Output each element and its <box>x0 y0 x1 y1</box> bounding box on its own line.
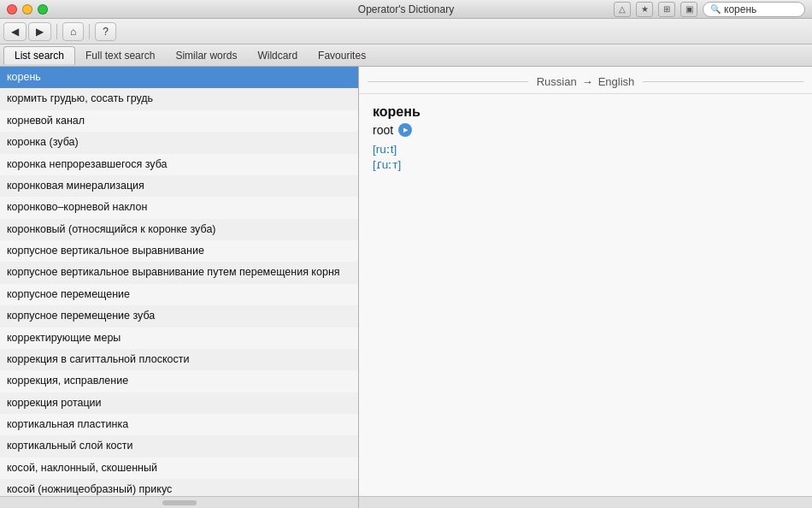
window-controls <box>7 4 48 15</box>
entry-word: корень <box>373 104 798 120</box>
list-item[interactable]: коррекция, исправление <box>0 370 358 392</box>
list-item[interactable]: коронковый (относящийся к коронке зуба) <box>0 219 358 240</box>
list-item[interactable]: коррекция ротации <box>0 393 358 414</box>
list-item[interactable]: корень <box>0 67 358 88</box>
search-value: корень <box>724 3 756 15</box>
help-button[interactable]: ? <box>95 22 116 41</box>
right-bottom-scrollbar[interactable] <box>359 496 812 508</box>
arrow-icon: → <box>582 75 593 88</box>
toolbar: ◀ ▶ ⌂ ? <box>0 19 812 44</box>
maximize-button[interactable] <box>38 4 48 15</box>
window-title: Operator's Dictionary <box>358 3 454 15</box>
minimize-button[interactable] <box>22 4 32 15</box>
list-item[interactable]: корпусное вертикальное выравнивание путе… <box>0 262 358 283</box>
window-icon[interactable]: ▣ <box>680 2 697 17</box>
forward-icon: ▶ <box>36 26 44 38</box>
tab-similar-words[interactable]: Similar words <box>165 47 247 64</box>
list-item[interactable]: коронка (зуба) <box>0 132 358 153</box>
grid-icon[interactable]: ⊞ <box>658 2 675 17</box>
phonetic-2: [ɾuːт] <box>373 157 798 171</box>
right-content: корень root [ruːt] [ɾuːт] <box>359 94 812 496</box>
list-item[interactable]: коронка непрорезавшегося зуба <box>0 154 358 175</box>
home-icon: ⌂ <box>70 26 76 38</box>
triangle-up-icon[interactable]: △ <box>614 2 631 17</box>
entry-translation: root <box>373 123 798 137</box>
home-button[interactable]: ⌂ <box>62 22 84 41</box>
direction-header: Russian → English <box>359 67 812 94</box>
tab-favourites[interactable]: Favourites <box>308 47 376 64</box>
list-item[interactable]: коронково–корневой наклон <box>0 197 358 218</box>
word-list[interactable]: коренькормить грудью, сосать грудькорнев… <box>0 67 358 496</box>
list-item[interactable]: корпусное перемещение зуба <box>0 305 358 327</box>
search-icon: 🔍 <box>710 4 721 14</box>
list-item[interactable]: корневой канал <box>0 110 358 132</box>
lang-to: English <box>598 75 635 88</box>
right-panel: Russian → English корень root [ruːt] [ɾu… <box>359 67 812 508</box>
tab-full-text-search[interactable]: Full text search <box>75 47 165 64</box>
audio-button[interactable] <box>398 123 412 137</box>
horizontal-scrollbar[interactable] <box>0 496 358 508</box>
list-item[interactable]: корректирующие меры <box>0 328 358 349</box>
toolbar-separator-2 <box>89 24 90 39</box>
left-panel: коренькормить грудью, сосать грудькорнев… <box>0 67 359 508</box>
close-button[interactable] <box>7 4 17 15</box>
list-item[interactable]: косой, наклонный, скошенный <box>0 458 358 479</box>
titlebar: Operator's Dictionary △ ★ ⊞ ▣ 🔍 корень <box>0 0 812 19</box>
list-item[interactable]: корпусное перемещение <box>0 284 358 305</box>
back-button[interactable]: ◀ <box>3 22 26 41</box>
tab-list-search[interactable]: List search <box>3 46 75 65</box>
main-content: коренькормить грудью, сосать грудькорнев… <box>0 67 812 508</box>
help-icon: ? <box>103 26 109 38</box>
list-item[interactable]: кормить грудью, сосать грудь <box>0 88 358 109</box>
list-item[interactable]: косой (ножницеобразный) прикус <box>0 479 358 496</box>
list-item[interactable]: коррекция в сагиттальной плоскости <box>0 349 358 370</box>
tabs-bar: List search Full text search Similar wor… <box>0 44 812 67</box>
list-item[interactable]: коронковая минерализация <box>0 175 358 197</box>
toolbar-separator <box>56 24 57 39</box>
forward-button[interactable]: ▶ <box>28 22 51 41</box>
lang-from: Russian <box>537 75 577 88</box>
tab-wildcard[interactable]: Wildcard <box>247 47 308 64</box>
star-icon[interactable]: ★ <box>636 2 653 17</box>
titlebar-right: △ ★ ⊞ ▣ 🔍 корень <box>614 2 805 17</box>
list-item[interactable]: кортикальный слой кости <box>0 435 358 457</box>
translation-text: root <box>373 123 393 137</box>
phonetic-1: [ruːt] <box>373 142 798 156</box>
back-icon: ◀ <box>11 26 19 38</box>
list-item[interactable]: корпусное вертикальное выравнивание <box>0 240 358 262</box>
search-box[interactable]: 🔍 корень <box>703 2 805 17</box>
list-item[interactable]: кортикальная пластинка <box>0 414 358 435</box>
scrollbar-thumb <box>162 500 197 505</box>
